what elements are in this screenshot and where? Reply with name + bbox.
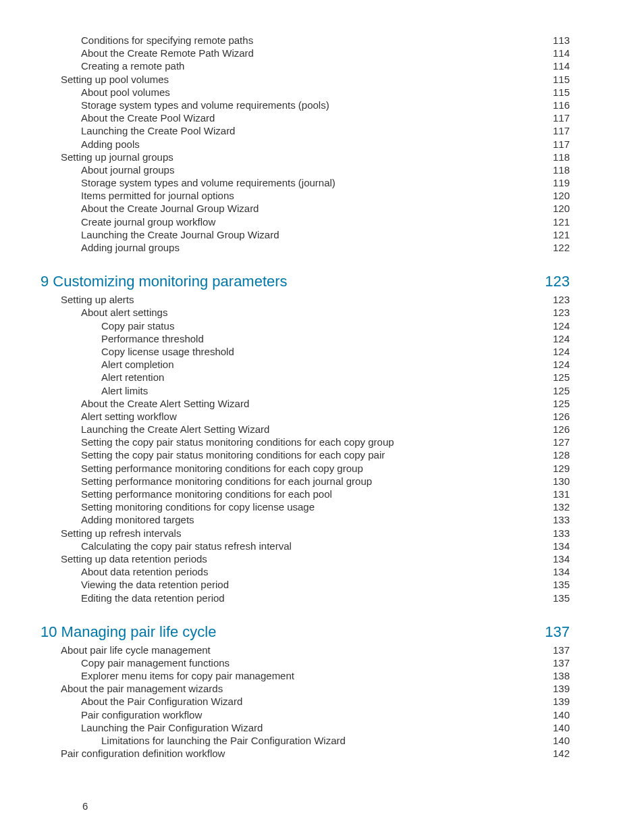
- toc-entry[interactable]: Copy license usage threshold124: [41, 345, 570, 358]
- toc-page-number: 121: [553, 215, 570, 228]
- toc-entry[interactable]: About alert settings123: [41, 306, 570, 319]
- toc-entry-label: Copy pair status: [101, 319, 174, 332]
- toc-page-number: 120: [553, 202, 570, 215]
- toc-page-number: 119: [553, 176, 570, 189]
- toc-entry[interactable]: Viewing the data retention period135: [41, 578, 570, 591]
- toc-entry[interactable]: Setting up data retention periods134: [41, 552, 570, 565]
- toc-entry[interactable]: Launching the Create Journal Group Wizar…: [41, 228, 570, 241]
- toc-entry-label: Launching the Create Journal Group Wizar…: [81, 228, 279, 241]
- toc-page-number: 124: [553, 358, 570, 371]
- page-number-footer: 6: [41, 800, 570, 812]
- toc-entry[interactable]: About pool volumes115: [41, 86, 570, 99]
- toc-entry[interactable]: Copy pair management functions137: [41, 656, 570, 669]
- toc-entry-label: Pair configuration workflow: [81, 708, 202, 721]
- toc-chapter[interactable]: 9 Customizing monitoring parameters123: [41, 273, 570, 290]
- toc-entry[interactable]: Setting up journal groups118: [41, 151, 570, 163]
- toc-entry-label: Launching the Pair Configuration Wizard: [81, 721, 263, 734]
- toc-entry-label: Creating a remote path: [81, 59, 184, 72]
- toc-entry-label: Launching the Create Alert Setting Wizar…: [81, 423, 269, 436]
- toc-entry-label: Alert setting workflow: [81, 410, 177, 423]
- toc-page-number: 128: [553, 448, 570, 461]
- toc-page: Conditions for specifying remote paths11…: [0, 0, 644, 834]
- toc-page-number: 124: [553, 345, 570, 358]
- toc-entry[interactable]: Explorer menu items for copy pair manage…: [41, 669, 570, 682]
- toc-entry[interactable]: Alert retention125: [41, 371, 570, 384]
- toc-entry[interactable]: Pair configuration definition workflow14…: [41, 747, 570, 760]
- toc-entry-label: About pool volumes: [81, 86, 170, 99]
- toc-page-number: 135: [553, 578, 570, 591]
- toc-entry[interactable]: About the Create Journal Group Wizard120: [41, 202, 570, 215]
- toc-entry[interactable]: About the Pair Configuration Wizard139: [41, 695, 570, 708]
- toc-page-number: 131: [553, 488, 570, 500]
- toc-entry[interactable]: Adding monitored targets133: [41, 513, 570, 526]
- toc-entry-label: About journal groups: [81, 163, 174, 176]
- toc-entry[interactable]: Adding pools117: [41, 138, 570, 151]
- toc-entry[interactable]: About the pair management wizards139: [41, 682, 570, 695]
- toc-page-number: 126: [553, 423, 570, 436]
- toc-entry[interactable]: Items permitted for journal options120: [41, 189, 570, 202]
- toc-page-number: 122: [553, 241, 570, 254]
- toc-page-number: 134: [553, 565, 570, 578]
- toc-entry-label: Setting up pool volumes: [61, 73, 169, 86]
- toc-page-number: 129: [553, 462, 570, 475]
- toc-entry[interactable]: Setting performance monitoring condition…: [41, 462, 570, 475]
- toc-entry[interactable]: Alert setting workflow 126: [41, 410, 570, 423]
- toc-page-number: 125: [553, 384, 570, 397]
- toc-entry-label: Items permitted for journal options: [81, 189, 234, 202]
- toc-entry[interactable]: Creating a remote path114: [41, 59, 570, 72]
- toc-entry[interactable]: Launching the Create Alert Setting Wizar…: [41, 423, 570, 436]
- toc-entry[interactable]: Setting monitoring conditions for copy l…: [41, 500, 570, 513]
- toc-entry[interactable]: Alert completion124: [41, 358, 570, 371]
- toc-chapter[interactable]: 10 Managing pair life cycle137: [41, 623, 570, 641]
- toc-page-number: 125: [553, 397, 570, 410]
- toc-entry[interactable]: Setting up refresh intervals133: [41, 527, 570, 540]
- toc-entry-label: Viewing the data retention period: [81, 578, 229, 591]
- toc-entry[interactable]: Setting up alerts123: [41, 293, 570, 306]
- toc-entry[interactable]: Launching the Create Pool Wizard117: [41, 124, 570, 137]
- toc-page-number: 127: [553, 436, 570, 448]
- toc-page-number: 117: [553, 111, 570, 124]
- toc-entry[interactable]: Adding journal groups122: [41, 241, 570, 254]
- toc-entry[interactable]: Setting the copy pair status monitoring …: [41, 448, 570, 461]
- toc-entry-label: Setting the copy pair status monitoring …: [81, 436, 394, 448]
- toc-entry-label: About the Create Remote Path Wizard: [81, 47, 254, 59]
- toc-entry[interactable]: About the Create Alert Setting Wizard125: [41, 397, 570, 410]
- toc-entry-label: Storage system types and volume requirem…: [81, 99, 329, 111]
- toc-entry-label: Setting performance monitoring condition…: [81, 475, 372, 488]
- toc-entry-label: About pair life cycle management: [61, 644, 211, 656]
- toc-page-number: 134: [553, 540, 570, 552]
- toc-page-number: 118: [553, 163, 570, 176]
- toc-entry[interactable]: Create journal group workflow121: [41, 215, 570, 228]
- toc-entry[interactable]: Conditions for specifying remote paths11…: [41, 34, 570, 47]
- toc-entry[interactable]: Storage system types and volume requirem…: [41, 176, 570, 189]
- toc-page-number: 132: [553, 500, 570, 513]
- toc-entry[interactable]: Alert limits125: [41, 384, 570, 397]
- toc-entry[interactable]: About journal groups118: [41, 163, 570, 176]
- toc-page-number: 140: [553, 708, 570, 721]
- toc-entry[interactable]: Setting performance monitoring condition…: [41, 488, 570, 500]
- toc-entry-label: Copy license usage threshold: [101, 345, 234, 358]
- toc-page-number: 114: [553, 59, 570, 72]
- toc-entry[interactable]: About the Create Remote Path Wizard114: [41, 47, 570, 59]
- toc-chapter-label: 10 Managing pair life cycle: [41, 623, 216, 641]
- toc-entry[interactable]: About pair life cycle management137: [41, 644, 570, 656]
- toc-entry-label: Alert completion: [101, 358, 174, 371]
- toc-entry[interactable]: About the Create Pool Wizard117: [41, 111, 570, 124]
- toc-entry[interactable]: Performance threshold124: [41, 332, 570, 345]
- toc-entry[interactable]: Pair configuration workflow140: [41, 708, 570, 721]
- toc-page-number: 137: [545, 623, 570, 641]
- toc-entry[interactable]: Storage system types and volume requirem…: [41, 99, 570, 111]
- toc-entry-label: Editing the data retention period: [81, 592, 225, 604]
- toc-entry[interactable]: Limitations for launching the Pair Confi…: [41, 734, 570, 747]
- toc-entry[interactable]: Setting performance monitoring condition…: [41, 475, 570, 488]
- toc-entry[interactable]: Setting up pool volumes115: [41, 73, 570, 86]
- toc-page-number: 117: [553, 124, 570, 137]
- toc-entry[interactable]: Launching the Pair Configuration Wizard1…: [41, 721, 570, 734]
- toc-entry[interactable]: Calculating the copy pair status refresh…: [41, 540, 570, 552]
- toc-page-number: 130: [553, 475, 570, 488]
- toc-entry[interactable]: About data retention periods134: [41, 565, 570, 578]
- toc-page-number: 115: [553, 86, 570, 99]
- toc-entry[interactable]: Editing the data retention period135: [41, 592, 570, 604]
- toc-entry[interactable]: Copy pair status124: [41, 319, 570, 332]
- toc-entry[interactable]: Setting the copy pair status monitoring …: [41, 436, 570, 448]
